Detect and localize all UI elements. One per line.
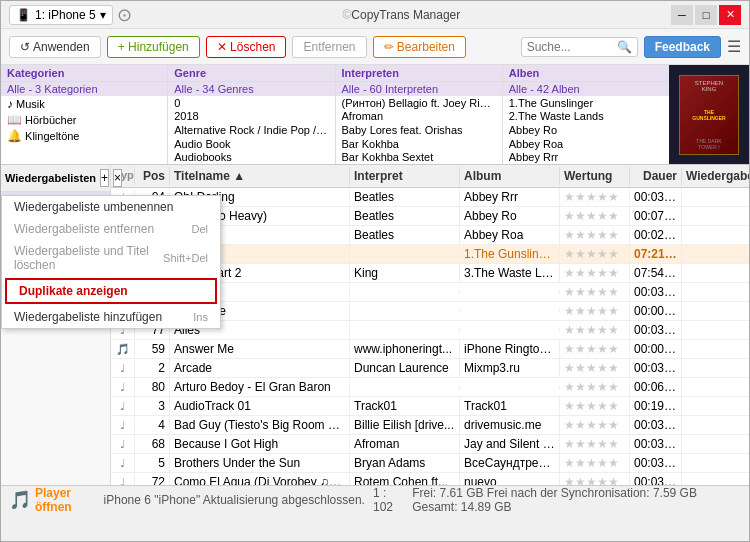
row-title: Answer Me: [170, 340, 350, 358]
row-added: [682, 233, 742, 237]
table-row[interactable]: ♩ 3 AudioTrack 01 Track01 Track01 ★★★★★ …: [111, 397, 749, 416]
row-album: drivemusic.me: [460, 416, 560, 434]
main-content: Wiedergabelisten + × 📱 iPhone Wiedergabe…: [1, 165, 749, 485]
playlist-label: Wiedergabelisten: [5, 172, 96, 184]
th-duration[interactable]: Dauer: [630, 167, 682, 185]
row-added: [682, 442, 742, 446]
apply-button[interactable]: ↺ Anwenden: [9, 36, 101, 58]
ctx-duplicates[interactable]: Duplikate anzeigen: [5, 278, 217, 304]
interpreten-rinton[interactable]: (Ринтон) Bellagio ft. Joey Richmond: [336, 96, 502, 110]
album-cover: STEPHENKING THEGUNSLINGER THE DARKTOWER …: [669, 65, 749, 164]
th-title-label: Titelname: [174, 169, 230, 183]
interpreten-barkokhbasextet[interactable]: Bar Kokhba Sextet: [336, 150, 502, 164]
device-selector[interactable]: 📱 1: iPhone 5 ▾: [9, 5, 113, 25]
book-icon: 📖: [7, 113, 22, 127]
add-button[interactable]: + Hinzufügen: [107, 36, 200, 58]
th-album[interactable]: Album: [460, 167, 560, 185]
row-icon: ♩: [111, 417, 135, 434]
status-text: iPhone 6 "iPhone" Aktualisierung abgesch…: [104, 493, 365, 507]
genre-0[interactable]: 0: [168, 96, 334, 110]
ctx-delete: Wiedergabeliste entfernen Del: [2, 218, 220, 240]
music-icon: ♪: [7, 97, 13, 111]
th-rating[interactable]: Wertung: [560, 167, 630, 185]
table-row[interactable]: ♩ 80 Arturo Bedoy - El Gran Baron ★★★★★ …: [111, 378, 749, 397]
add-playlist-button[interactable]: +: [100, 169, 109, 187]
minimize-button[interactable]: ─: [671, 5, 693, 25]
alben-all[interactable]: Alle - 42 Alben: [503, 82, 669, 96]
delete-button[interactable]: ✕ Löschen: [206, 36, 287, 58]
interpreten-baby[interactable]: Baby Lores feat. Orishas: [336, 123, 502, 137]
feedback-label: Feedback: [655, 40, 710, 54]
device-icon: 📱: [16, 8, 31, 22]
row-title: Brothers Under the Sun: [170, 454, 350, 472]
table-row[interactable]: ♩ 68 Because I Got High Afroman Jay and …: [111, 435, 749, 454]
chevron-down-icon: ▾: [100, 8, 106, 22]
row-added: [682, 309, 742, 313]
search-icon[interactable]: 🔍: [617, 40, 632, 54]
table-row[interactable]: ♩ 5 Brothers Under the Sun Bryan Adams В…: [111, 454, 749, 473]
row-added: [682, 214, 742, 218]
search-input[interactable]: [527, 40, 617, 54]
row-title: Arcade: [170, 359, 350, 377]
genre-altrock[interactable]: Alternative Rock / Indie Pop / Dream...: [168, 123, 334, 137]
window-controls: ─ □ ✕: [671, 5, 741, 25]
alben-wastelands[interactable]: 2.The Waste Lands: [503, 109, 669, 123]
row-duration: 00:03:03: [630, 359, 682, 377]
genre-audiobooks[interactable]: Audiobooks: [168, 150, 334, 164]
feedback-button[interactable]: Feedback: [644, 36, 721, 58]
th-pos[interactable]: Pos: [135, 167, 170, 185]
row-added: [682, 385, 742, 389]
row-album: iPhone Ringtones: [460, 340, 560, 358]
table-row[interactable]: ♩ 4 Bad Guy (Tiesto's Big Room Re... Bil…: [111, 416, 749, 435]
row-rating: ★★★★★: [560, 416, 630, 434]
th-title[interactable]: Titelname ▲: [170, 167, 350, 185]
genre-2018[interactable]: 2018: [168, 109, 334, 123]
ctx-rename[interactable]: Wiedergabeliste umbenennen: [2, 196, 220, 218]
row-icon: ♩: [111, 436, 135, 453]
close-button[interactable]: ✕: [719, 5, 741, 25]
row-duration: 00:00:03: [630, 340, 682, 358]
table-row[interactable]: ♩ 72 Como El Agua (Dj Vorobey ♫♪ S... Ro…: [111, 473, 749, 485]
row-album: [460, 385, 560, 389]
alben-abbeyro[interactable]: Abbey Ro: [503, 123, 669, 137]
row-artist: Bryan Adams: [350, 454, 460, 472]
th-added[interactable]: Wiedergabe: [682, 167, 742, 185]
th-artist[interactable]: Interpret: [350, 167, 460, 185]
kategorien-all[interactable]: Alle - 3 Kategorien: [1, 82, 167, 96]
kategorien-musik[interactable]: ♪ Musik: [1, 96, 167, 112]
kategorien-klingeltoene[interactable]: 🔔 Klingeltöne: [1, 128, 167, 144]
maximize-button[interactable]: □: [695, 5, 717, 25]
alben-gunslinger[interactable]: 1.The Gunslinger: [503, 96, 669, 110]
remove-button[interactable]: Entfernen: [292, 36, 366, 58]
row-duration: 00:02:50: [630, 226, 682, 244]
row-artist: Rotem Cohen ft...: [350, 473, 460, 485]
interpreten-barkokhba[interactable]: Bar Kokhba: [336, 137, 502, 151]
genre-all[interactable]: Alle - 34 Genres: [168, 82, 334, 96]
player-open-button[interactable]: 🎵 Player öffnen: [9, 486, 96, 514]
alben-abbeyroa[interactable]: Abbey Roa: [503, 137, 669, 151]
kategorien-hoerbuecher[interactable]: 📖 Hörbücher: [1, 112, 167, 128]
playlist-options-button[interactable]: ×: [113, 169, 122, 187]
alben-abbeyrrr[interactable]: Abbey Rrr: [503, 150, 669, 164]
ctx-add-playlist[interactable]: Wiedergabeliste hinzufügen Ins: [2, 306, 220, 328]
interpreten-all[interactable]: Alle - 60 Interpreten: [336, 82, 502, 96]
row-artist: Afroman: [350, 435, 460, 453]
playlist-sidebar: Wiedergabelisten + × 📱 iPhone Wiedergabe…: [1, 165, 111, 485]
row-added: [682, 461, 742, 465]
row-rating: ★★★★★: [560, 321, 630, 339]
edit-button[interactable]: ✏ Bearbeiten: [373, 36, 466, 58]
interpreten-afroman[interactable]: Afroman: [336, 109, 502, 123]
table-row[interactable]: ♩ 2 Arcade Duncan Laurence Mixmp3.ru ★★★…: [111, 359, 749, 378]
menu-icon[interactable]: ☰: [727, 37, 741, 56]
back-icon[interactable]: ⊙: [117, 4, 132, 26]
row-pos: 5: [135, 454, 170, 472]
kategorien-header: Kategorien: [1, 65, 167, 82]
row-rating: ★★★★★: [560, 226, 630, 244]
row-pos: 80: [135, 378, 170, 396]
table-row[interactable]: 🎵 59 Answer Me www.iphoneringt... iPhone…: [111, 340, 749, 359]
row-added: [682, 328, 742, 332]
row-album: 3.The Waste Lands: [460, 264, 560, 282]
genre-audiobook[interactable]: Audio Book: [168, 137, 334, 151]
row-pos: 68: [135, 435, 170, 453]
row-duration: 00:06:26: [630, 378, 682, 396]
